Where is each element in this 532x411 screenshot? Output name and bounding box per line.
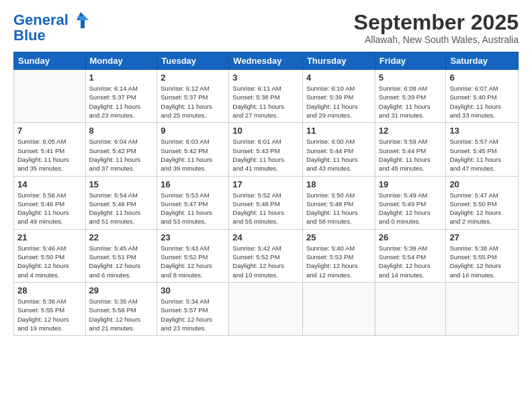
weekday-header: Saturday	[446, 52, 519, 70]
calendar-cell: 11Sunrise: 6:00 AM Sunset: 5:44 PM Dayli…	[302, 123, 375, 176]
calendar-cell: 23Sunrise: 5:43 AM Sunset: 5:52 PM Dayli…	[157, 229, 229, 282]
calendar-cell: 27Sunrise: 5:38 AM Sunset: 5:55 PM Dayli…	[446, 229, 519, 282]
day-detail: Sunrise: 5:38 AM Sunset: 5:55 PM Dayligh…	[449, 244, 515, 279]
day-number: 18	[306, 179, 371, 189]
day-detail: Sunrise: 5:39 AM Sunset: 5:54 PM Dayligh…	[379, 244, 443, 279]
weekday-header: Monday	[85, 52, 157, 70]
main-title: September 2025	[354, 11, 519, 34]
day-number: 14	[17, 179, 82, 189]
day-detail: Sunrise: 6:10 AM Sunset: 5:39 PM Dayligh…	[306, 84, 371, 120]
day-detail: Sunrise: 6:00 AM Sunset: 5:44 PM Dayligh…	[306, 137, 371, 173]
day-detail: Sunrise: 5:57 AM Sunset: 5:45 PM Dayligh…	[449, 137, 515, 173]
calendar-cell: 2Sunrise: 6:12 AM Sunset: 5:37 PM Daylig…	[157, 70, 229, 123]
calendar-cell: 10Sunrise: 6:01 AM Sunset: 5:43 PM Dayli…	[229, 123, 303, 176]
day-detail: Sunrise: 5:43 AM Sunset: 5:52 PM Dayligh…	[161, 244, 225, 279]
logo: General Blue	[13, 11, 90, 44]
day-detail: Sunrise: 5:40 AM Sunset: 5:53 PM Dayligh…	[306, 244, 371, 279]
day-number: 28	[17, 285, 82, 295]
calendar-cell	[446, 282, 519, 335]
day-number: 11	[306, 126, 371, 136]
calendar-cell: 6Sunrise: 6:07 AM Sunset: 5:40 PM Daylig…	[446, 70, 519, 123]
day-number: 1	[89, 73, 154, 83]
calendar-cell: 13Sunrise: 5:57 AM Sunset: 5:45 PM Dayli…	[446, 123, 519, 176]
calendar-cell: 9Sunrise: 6:03 AM Sunset: 5:42 PM Daylig…	[157, 123, 229, 176]
calendar-cell	[375, 282, 446, 335]
day-detail: Sunrise: 6:03 AM Sunset: 5:42 PM Dayligh…	[161, 137, 225, 173]
calendar-week-row: 28Sunrise: 5:36 AM Sunset: 5:55 PM Dayli…	[14, 282, 519, 335]
day-detail: Sunrise: 5:46 AM Sunset: 5:50 PM Dayligh…	[17, 244, 82, 279]
day-number: 27	[449, 232, 515, 242]
calendar-cell: 20Sunrise: 5:47 AM Sunset: 5:50 PM Dayli…	[446, 176, 519, 229]
calendar-week-row: 7Sunrise: 6:05 AM Sunset: 5:41 PM Daylig…	[14, 123, 519, 176]
day-detail: Sunrise: 5:35 AM Sunset: 5:56 PM Dayligh…	[89, 297, 154, 332]
day-number: 10	[232, 126, 299, 136]
page: General Blue September 2025 Allawah, New…	[0, 0, 532, 342]
day-detail: Sunrise: 6:08 AM Sunset: 5:39 PM Dayligh…	[379, 84, 443, 120]
logo-icon	[71, 11, 90, 30]
day-number: 30	[161, 285, 225, 295]
weekday-header: Wednesday	[229, 52, 303, 70]
calendar-cell: 8Sunrise: 6:04 AM Sunset: 5:42 PM Daylig…	[85, 123, 157, 176]
calendar-cell: 15Sunrise: 5:54 AM Sunset: 5:46 PM Dayli…	[85, 176, 157, 229]
calendar-cell: 26Sunrise: 5:39 AM Sunset: 5:54 PM Dayli…	[375, 229, 446, 282]
day-detail: Sunrise: 5:52 AM Sunset: 5:48 PM Dayligh…	[232, 191, 299, 226]
calendar-cell: 7Sunrise: 6:05 AM Sunset: 5:41 PM Daylig…	[14, 123, 86, 176]
day-number: 22	[89, 232, 154, 242]
day-detail: Sunrise: 5:53 AM Sunset: 5:47 PM Dayligh…	[161, 191, 225, 226]
day-detail: Sunrise: 6:04 AM Sunset: 5:42 PM Dayligh…	[89, 137, 154, 173]
day-number: 3	[232, 73, 299, 83]
day-detail: Sunrise: 6:11 AM Sunset: 5:38 PM Dayligh…	[232, 84, 299, 120]
day-detail: Sunrise: 5:59 AM Sunset: 5:44 PM Dayligh…	[379, 137, 443, 173]
day-detail: Sunrise: 5:50 AM Sunset: 5:48 PM Dayligh…	[306, 191, 371, 226]
day-number: 4	[306, 73, 371, 83]
calendar-cell: 30Sunrise: 5:34 AM Sunset: 5:57 PM Dayli…	[157, 282, 229, 335]
day-number: 26	[379, 232, 443, 242]
day-detail: Sunrise: 6:12 AM Sunset: 5:37 PM Dayligh…	[161, 84, 225, 120]
day-number: 8	[89, 126, 154, 136]
day-number: 19	[379, 179, 443, 189]
weekday-header: Sunday	[14, 52, 86, 70]
day-number: 9	[161, 126, 225, 136]
calendar-cell: 19Sunrise: 5:49 AM Sunset: 5:49 PM Dayli…	[375, 176, 446, 229]
day-number: 25	[306, 232, 371, 242]
day-number: 20	[449, 179, 515, 189]
day-number: 5	[379, 73, 443, 83]
calendar-cell: 17Sunrise: 5:52 AM Sunset: 5:48 PM Dayli…	[229, 176, 303, 229]
day-detail: Sunrise: 6:05 AM Sunset: 5:41 PM Dayligh…	[17, 137, 82, 173]
day-detail: Sunrise: 6:01 AM Sunset: 5:43 PM Dayligh…	[232, 137, 299, 173]
calendar-cell: 12Sunrise: 5:59 AM Sunset: 5:44 PM Dayli…	[375, 123, 446, 176]
calendar-cell	[302, 282, 375, 335]
day-number: 2	[161, 73, 225, 83]
calendar-header-row: SundayMondayTuesdayWednesdayThursdayFrid…	[14, 52, 519, 70]
calendar-week-row: 14Sunrise: 5:56 AM Sunset: 5:46 PM Dayli…	[14, 176, 519, 229]
calendar-cell: 22Sunrise: 5:45 AM Sunset: 5:51 PM Dayli…	[85, 229, 157, 282]
day-number: 24	[232, 232, 299, 242]
calendar-cell: 24Sunrise: 5:42 AM Sunset: 5:52 PM Dayli…	[229, 229, 303, 282]
day-number: 13	[449, 126, 515, 136]
calendar-cell: 5Sunrise: 6:08 AM Sunset: 5:39 PM Daylig…	[375, 70, 446, 123]
calendar-cell: 18Sunrise: 5:50 AM Sunset: 5:48 PM Dayli…	[302, 176, 375, 229]
day-number: 23	[161, 232, 225, 242]
calendar-cell: 14Sunrise: 5:56 AM Sunset: 5:46 PM Dayli…	[14, 176, 86, 229]
day-detail: Sunrise: 6:07 AM Sunset: 5:40 PM Dayligh…	[449, 84, 515, 120]
logo-general: General	[13, 12, 69, 28]
day-detail: Sunrise: 5:34 AM Sunset: 5:57 PM Dayligh…	[161, 297, 225, 332]
day-detail: Sunrise: 5:56 AM Sunset: 5:46 PM Dayligh…	[17, 191, 82, 226]
day-number: 12	[379, 126, 443, 136]
calendar-cell: 29Sunrise: 5:35 AM Sunset: 5:56 PM Dayli…	[85, 282, 157, 335]
day-detail: Sunrise: 5:47 AM Sunset: 5:50 PM Dayligh…	[449, 191, 515, 226]
calendar-cell: 1Sunrise: 6:14 AM Sunset: 5:37 PM Daylig…	[85, 70, 157, 123]
weekday-header: Friday	[375, 52, 446, 70]
logo-text: General Blue	[13, 11, 90, 44]
day-detail: Sunrise: 6:14 AM Sunset: 5:37 PM Dayligh…	[89, 84, 154, 120]
calendar-cell	[229, 282, 303, 335]
calendar: SundayMondayTuesdayWednesdayThursdayFrid…	[13, 52, 519, 336]
calendar-week-row: 21Sunrise: 5:46 AM Sunset: 5:50 PM Dayli…	[14, 229, 519, 282]
calendar-cell: 21Sunrise: 5:46 AM Sunset: 5:50 PM Dayli…	[14, 229, 86, 282]
day-number: 29	[89, 285, 154, 295]
day-number: 6	[449, 73, 515, 83]
title-block: September 2025 Allawah, New South Wales,…	[354, 11, 519, 45]
day-number: 7	[17, 126, 82, 136]
calendar-cell	[14, 70, 86, 123]
calendar-cell: 16Sunrise: 5:53 AM Sunset: 5:47 PM Dayli…	[157, 176, 229, 229]
